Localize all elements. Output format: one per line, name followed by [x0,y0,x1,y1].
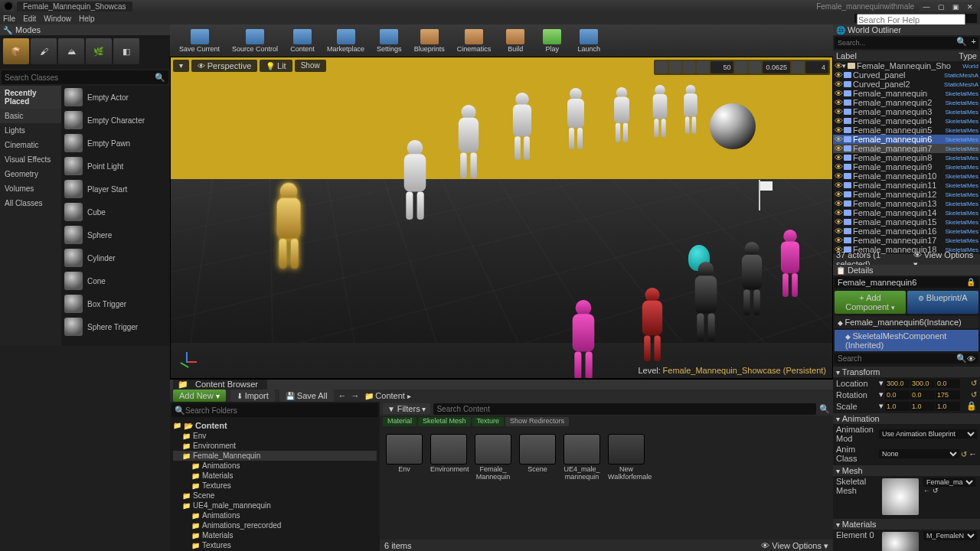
filters-button[interactable]: ▼ Filters ▾ [383,403,430,414]
outliner-row[interactable]: 👁Female_mannequin3SkeletalMes [833,107,980,116]
search-folders[interactable] [185,406,375,415]
outliner-row[interactable]: 👁Female_mannequin12SkeletalMes [833,190,980,199]
camera-speed-icon[interactable] [792,61,804,73]
toolbar-cinematics[interactable]: Cinematics [452,29,496,53]
vec-dropdown[interactable]: ▾ [879,378,884,388]
sec-animation[interactable]: ▾ Animation [833,413,980,424]
mesh-thumbnail[interactable] [882,478,919,515]
snap-icon[interactable] [697,61,709,73]
angle-icon[interactable] [735,61,747,73]
mannequin[interactable] [609,87,635,142]
skmesh-select[interactable]: Female_ma [923,478,975,487]
tree-folder[interactable]: Materials [173,471,377,481]
import-button[interactable]: ⬇ Import [230,390,275,402]
scl-z[interactable] [936,402,960,411]
outliner-list[interactable]: 👁▾Female_Mannequin_ShoWorld 👁Curved_pane… [833,61,980,254]
visibility-icon[interactable]: 👁 [835,217,842,227]
grid-snap[interactable]: 50 [710,61,733,73]
cat-volumes[interactable]: Volumes [0,181,61,196]
visibility-icon[interactable]: 👁 [835,199,842,208]
nav-fwd[interactable]: → [351,391,360,400]
outliner-row[interactable]: 👁Female_mannequin9SkeletalMes [833,162,980,171]
place-mode-icon[interactable]: 📦 [3,38,29,64]
tree-folder[interactable]: UE4_male_mannequin [173,500,377,510]
reset-icon[interactable]: ↺ [961,450,967,458]
cb-tab[interactable]: 📁 Content Browser [173,380,267,390]
geometry-mode-icon[interactable]: ◧ [113,38,139,64]
mat-select[interactable]: M_FemaleN [923,531,977,540]
filter-tag[interactable]: Texture [472,417,505,426]
reset-icon[interactable]: ↺ [971,379,977,387]
asset-item[interactable]: Env [386,434,423,481]
loc-x[interactable] [885,379,910,388]
outliner-row[interactable]: 👁Curved_panel2StaticMeshA [833,80,980,89]
visibility-icon[interactable]: 👁 [835,107,842,116]
visibility-icon[interactable]: 👁 [835,153,842,162]
animmode-select[interactable]: Use Animation Blueprint [879,429,977,439]
tree-folder[interactable]: Env [173,431,377,441]
sec-materials[interactable]: ▾ Materials [833,519,980,530]
wo-search[interactable] [835,37,954,49]
placeable-item[interactable]: Box Trigger [61,292,170,315]
outliner-row[interactable]: 👁Female_mannequin15SkeletalMes [833,217,980,227]
category-list[interactable]: Recently Placed Basic Lights Cinematic V… [0,86,61,346]
window-buttons[interactable]: —▢▣✕ [919,2,977,11]
asset-item[interactable]: New Walkforfemale [608,434,645,481]
translate-icon[interactable] [655,61,668,73]
asset-item[interactable]: Environment [430,434,467,481]
cat-geometry[interactable]: Geometry [0,167,61,181]
tree-root[interactable]: 📂 Content [173,420,377,431]
toolbar-launch[interactable]: Launch [572,29,606,53]
browse-icon[interactable]: ← [969,449,977,458]
outliner-row[interactable]: 👁Female_mannequin8SkeletalMes [833,153,980,162]
mannequin[interactable] [679,85,702,134]
placeable-item[interactable]: Sphere Trigger [61,315,170,338]
asset-grid[interactable]: EnvEnvironmentFemale_ MannequinSceneUE4_… [380,428,833,540]
placeable-item[interactable]: Empty Pawn [61,132,170,155]
toolbar-marketplace[interactable]: Marketplace [322,29,369,53]
placeable-item[interactable]: Sphere [61,223,170,246]
cat-basic[interactable]: Basic [0,109,61,123]
menu-bar[interactable]: File Edit Window Help [0,12,980,24]
add-icon[interactable]: + [969,37,978,49]
toolbar-content[interactable]: Content [286,29,319,53]
mannequin-selected[interactable] [268,183,309,269]
visibility-icon[interactable]: 👁 [835,70,842,80]
outliner-root[interactable]: 👁▾Female_Mannequin_ShoWorld [833,61,980,70]
vp-perspective[interactable]: 👁 Perspective [191,60,257,72]
loc-y[interactable] [910,379,935,388]
visibility-icon[interactable]: 👁 [835,236,842,245]
mannequin[interactable] [635,288,670,361]
filter-tag[interactable]: Material [383,417,416,426]
asset-item[interactable]: Scene [519,434,556,481]
vp-dropdown[interactable]: ▾ [173,60,189,72]
loc-z[interactable] [936,379,960,388]
main-toolbar[interactable]: Save CurrentSource ControlContentMarketp… [170,24,833,57]
tree-folder[interactable]: Animations [173,510,377,520]
reset-icon[interactable]: ↺ [971,390,977,399]
snap-value[interactable]: 0.0625 [763,61,790,73]
tree-folder[interactable]: Scene [173,491,377,500]
visibility-icon[interactable]: 👁 [835,144,842,153]
visibility-icon[interactable]: 👁 [835,171,842,181]
lock-icon[interactable]: 🔒 [966,401,977,411]
tree-folder[interactable]: Textures [173,540,377,550]
viewport[interactable]: ▾ 👁 Perspective 💡 Lit Show 50 0.0625 4 [170,57,833,379]
mannequin[interactable] [734,242,769,315]
visibility-icon[interactable]: 👁 [835,80,842,89]
breadcrumb[interactable]: 📁 Content ▸ [364,391,411,400]
menu-help[interactable]: Help [79,15,95,23]
placeable-item[interactable]: Cube [61,201,170,223]
visibility-icon[interactable]: 👁 [835,190,842,199]
vp-lit[interactable]: 💡 Lit [260,60,292,72]
save-all-button[interactable]: 💾 Save All [279,390,334,402]
visibility-icon[interactable]: 👁 [835,98,842,107]
rot-z[interactable] [936,390,960,399]
search-content[interactable] [433,403,816,415]
vp-transform-toolbar[interactable]: 50 0.0625 4 [654,60,830,75]
toolbar-build[interactable]: Build [498,29,532,53]
foliage-mode-icon[interactable]: 🌿 [86,38,112,64]
outliner-row[interactable]: 👁Female_mannequinSkeletalMes [833,89,980,98]
mannequin[interactable] [687,262,724,341]
outliner-row[interactable]: 👁Female_mannequin16SkeletalMes [833,227,980,236]
